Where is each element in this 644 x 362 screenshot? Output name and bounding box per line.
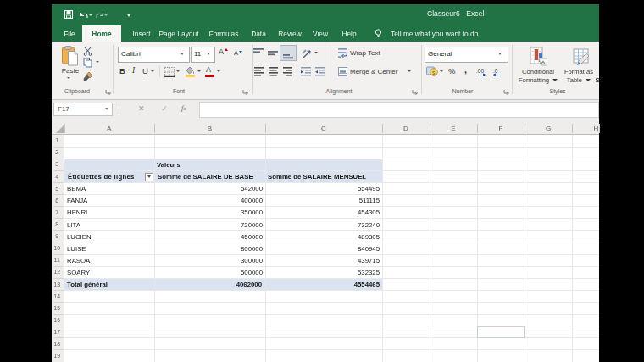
svg-text:.0: .0: [493, 68, 498, 74]
svg-text:s: s: [432, 70, 436, 75]
svg-text:.00: .00: [476, 68, 484, 74]
